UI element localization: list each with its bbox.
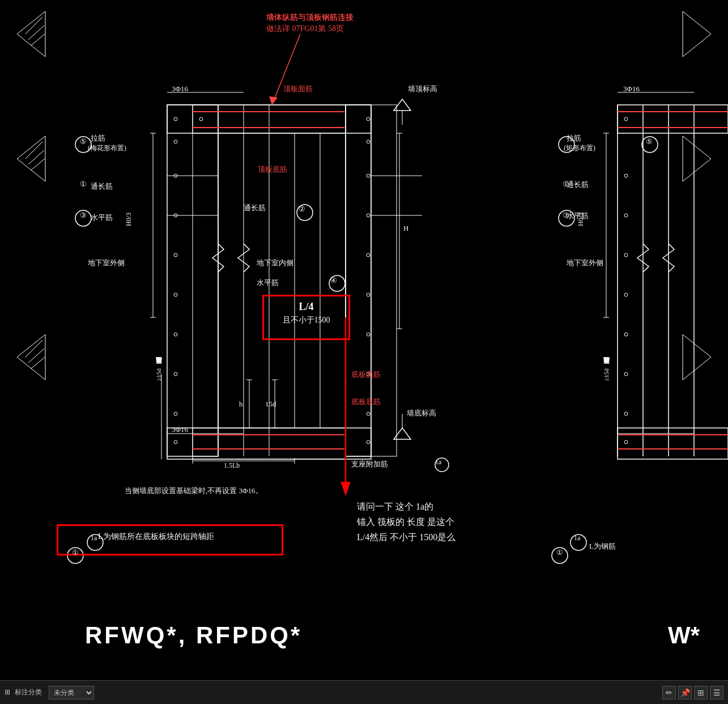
circle-5-right: ⑤ (646, 137, 653, 146)
dim-1-5lb-label: 1.5Lb (224, 461, 240, 470)
inside-basement-label: 地下室内侧 (257, 258, 293, 268)
annotation-question-text: 请问一下 这个 1a的锚入 筏板的 长度 是这个L/4然后 不小于 1500是么 (357, 499, 455, 545)
outside-basement-right-label: 地下室外侧 (567, 258, 603, 268)
circle-5-left: ⑤ (80, 137, 87, 146)
tie-bar-right-label: 拉筋 (567, 133, 581, 143)
drawing-title-right-partial: W* (668, 622, 700, 649)
legend-right-partial: L为钢筋 (589, 541, 616, 552)
vert-text-right: ≥15d且伸至基础顶面以上 (603, 368, 610, 381)
horizontal-bar-middle-label: 水平筋 (257, 278, 279, 288)
dim-h03-label: H0/3 (125, 213, 133, 226)
toolbar-icon-grid: ⊞ (5, 688, 10, 697)
circle-3-right: ③ (563, 211, 569, 220)
circle-1a-right: 1a (574, 534, 580, 542)
toolbar-category-dropdown[interactable]: 未分类 (49, 686, 94, 699)
bottom-note-text: 当侧墙底部设置基础梁时,不再设置 3Φ16。 (125, 486, 263, 496)
circle-1-right-bottom: ① (556, 548, 563, 557)
drawing-title: RFWQ*, RFPDQ* (85, 622, 302, 649)
bottom-plate-top-label: 底板面筋 (351, 370, 381, 380)
circle-1-right-top: ① (563, 180, 569, 189)
top-note-2-text: 做法详 07FG01第 58页 (266, 24, 344, 34)
legend-circle-1a: 1a (91, 534, 97, 542)
wall-bottom-elevation-label: 墙底标高 (407, 408, 436, 418)
l4-value-text: L/4 (264, 301, 348, 313)
dim-h03-right-label: H0/3 (577, 213, 585, 226)
top-note-1-text: 墙体纵筋与顶板钢筋连接 (266, 12, 354, 23)
wall-top-elevation-label: 墙顶标高 (408, 84, 437, 94)
main-drawing-svg (0, 0, 728, 680)
top-plate-bottom-label: 顶板底筋 (258, 164, 287, 175)
l4-highlight-box: L/4 且不小于1500 (262, 295, 350, 340)
horizontal-bar-left-label: 水平筋 (91, 213, 113, 223)
rebar-top-left-label: 3Φ16 (172, 84, 188, 94)
circle-3-left: ③ (80, 211, 87, 220)
through-bar-right-label: 通长筋 (567, 180, 589, 190)
rebar-top-right-label: 3Φ16 (623, 84, 640, 94)
outside-basement-left-label: 地下室外侧 (88, 258, 125, 268)
vert-text-left: ≥15d且伸至基础顶面以上 (156, 368, 162, 381)
toolbar-label: 标注分类 (15, 688, 42, 697)
tie-bar-right-note: (矩形布置) (564, 143, 595, 153)
top-plate-top-label: 顶板面筋 (283, 84, 313, 94)
circle-1-bottom-left: ① (72, 548, 79, 557)
support-extra-bar-label: 支座附加筋 (351, 459, 388, 469)
circle-1-left-top: ① (80, 180, 87, 189)
svg-rect-0 (0, 0, 728, 680)
dim-h-label: h (239, 400, 243, 409)
bottom-plate-bottom-label: 底板底筋 (351, 397, 381, 407)
dim-15d-label: 15d (265, 400, 276, 409)
through-bar-left-label: 通长筋 (91, 181, 113, 192)
toolbar-btn-pin[interactable]: 📌 (678, 686, 692, 699)
dim-H-label: H (403, 224, 408, 233)
tie-bar-left-note: (梅花形布置) (88, 143, 126, 153)
through-bar-middle-label: 通长筋 (244, 203, 266, 213)
l4-note-text: 且不小于1500 (264, 315, 348, 325)
tie-bar-left-label: 拉筋 (91, 133, 105, 143)
toolbar-btn-edit[interactable]: ✏ (662, 686, 676, 699)
circle-2: ② (299, 205, 305, 214)
circle-1a-on-drawing: 1a (435, 458, 441, 466)
drawing-area: 墙体纵筋与顶板钢筋连接 墙体纵筋与顶板钢筋连接 做法详 07FG01第 58页 … (0, 0, 728, 680)
circle-4: ④ (330, 276, 337, 285)
rebar-bottom-left-label: 3Φ16 (172, 425, 188, 434)
toolbar: ⊞ 标注分类 未分类 ✏ 📌 ⊞ ☰ (0, 680, 728, 704)
toolbar-btn-expand[interactable]: ⊞ (694, 686, 708, 699)
annotation-question-box: 请问一下 这个 1a的锚入 筏板的 长度 是这个L/4然后 不小于 1500是么 (357, 499, 455, 545)
legend-1a-text: L为钢筋所在底板板块的短跨轴距 (98, 532, 214, 542)
toolbar-btn-menu[interactable]: ☰ (710, 686, 723, 699)
